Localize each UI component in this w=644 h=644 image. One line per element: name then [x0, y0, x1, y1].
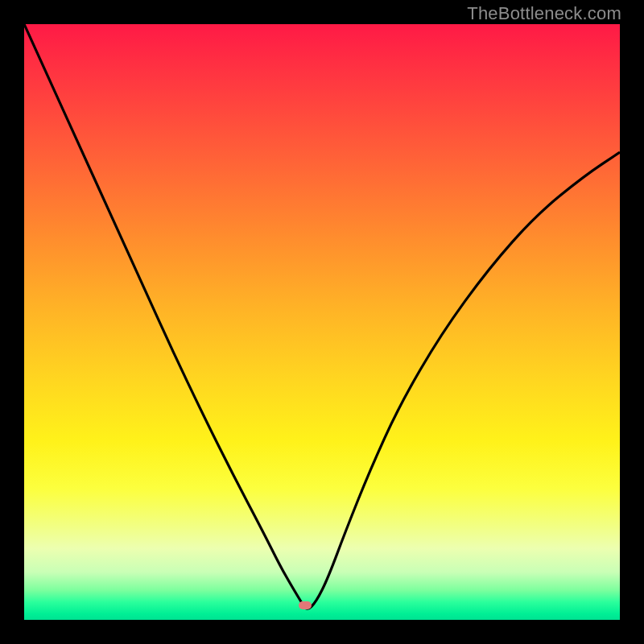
- bottleneck-curve: [24, 24, 620, 620]
- curve-path: [24, 24, 620, 609]
- watermark-text: TheBottleneck.com: [467, 3, 621, 24]
- optimal-point-marker: [299, 601, 312, 609]
- chart-frame: TheBottleneck.com: [0, 0, 644, 644]
- plot-area: [24, 24, 620, 620]
